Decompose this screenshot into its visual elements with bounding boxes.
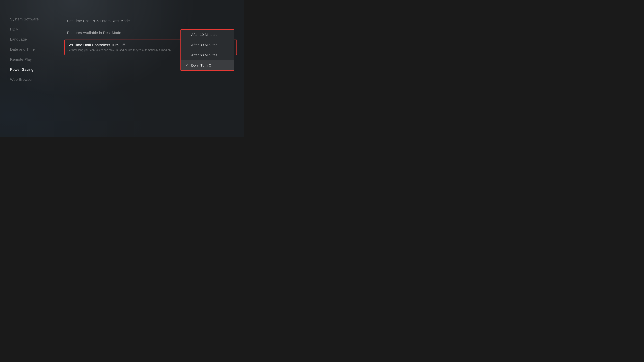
setting-row-rest-mode-time[interactable]: Set Time Until PS5 Enters Rest Mode	[67, 15, 234, 27]
sidebar: System SoftwareHDMILanguageDate and Time…	[10, 13, 54, 120]
sidebar-item-system-software[interactable]: System Software	[10, 15, 54, 23]
dropdown-item-after-60[interactable]: ✓After 60 Minutes	[181, 50, 234, 60]
sidebar-item-web-browser[interactable]: Web Browser	[10, 75, 54, 84]
sidebar-item-date-and-time[interactable]: Date and Time	[10, 45, 54, 54]
dropdown-item-after-30[interactable]: ✓After 30 Minutes	[181, 40, 234, 50]
dropdown-item-dont-turn-off[interactable]: ✓Don't Turn Off	[181, 60, 234, 70]
page-container: System SoftwareHDMILanguageDate and Time…	[0, 0, 244, 137]
content-layout: System SoftwareHDMILanguageDate and Time…	[10, 13, 234, 120]
controller-dropdown[interactable]: ✓After 10 Minutes✓After 30 Minutes✓After…	[180, 29, 234, 71]
sidebar-item-language[interactable]: Language	[10, 35, 54, 43]
dropdown-label-after-10: After 10 Minutes	[191, 33, 217, 37]
checkmark-dont-turn-off: ✓	[186, 63, 189, 67]
setting-title-rest-mode-time: Set Time Until PS5 Enters Rest Mode	[67, 19, 234, 23]
dropdown-label-after-30: After 30 Minutes	[191, 43, 217, 47]
sidebar-item-remote-play[interactable]: Remote Play	[10, 55, 54, 64]
dropdown-label-after-60: After 60 Minutes	[191, 53, 217, 57]
dropdown-label-dont-turn-off: Don't Turn Off	[191, 63, 213, 67]
dropdown-item-after-10[interactable]: ✓After 10 Minutes	[181, 30, 234, 40]
sidebar-item-power-saving[interactable]: Power Saving	[10, 65, 54, 74]
sidebar-item-hdmi[interactable]: HDMI	[10, 25, 54, 33]
main-content: Set Time Until PS5 Enters Rest ModeFeatu…	[54, 13, 234, 120]
